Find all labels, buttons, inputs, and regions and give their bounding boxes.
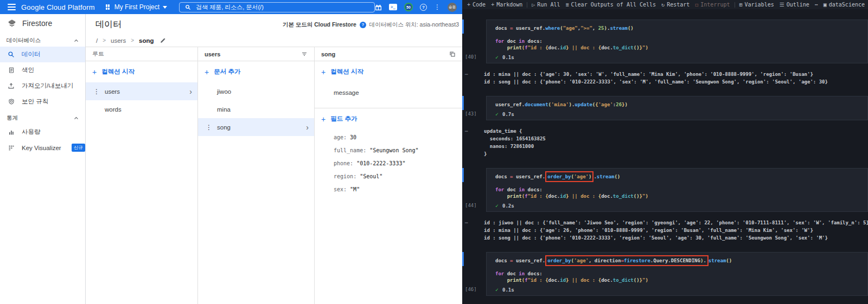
menu-icon[interactable]: [8, 4, 16, 10]
output-line: seconds: 1654163825: [484, 135, 868, 143]
annotation-red-box: order_by('age', direction=firestore.Quer…: [546, 256, 707, 265]
search-input[interactable]: 검색 제품, 리소스, 문서(/): [179, 2, 375, 12]
cell-editor[interactable]: users_ref.document('mina').update({'age'…: [486, 96, 868, 120]
document-row-song[interactable]: ⋮ song ›: [198, 118, 314, 136]
code-line: for doc in docs:: [495, 38, 864, 44]
column-song-title: song: [321, 51, 335, 57]
grid-icon: [7, 145, 15, 151]
sidebar-section-database[interactable]: 데이터베이스: [0, 32, 85, 47]
breadcrumb-separator: >: [131, 37, 134, 43]
firestore-columns: 루트 + 컬렉션 시작 ⋮ users › words: [86, 47, 462, 304]
gcp-console-panel: Google Cloud Platform My First Project 검…: [0, 0, 462, 304]
plus-icon: +: [321, 69, 326, 75]
field-region[interactable]: region:"Seoul": [334, 170, 462, 183]
filter-icon[interactable]: [301, 51, 308, 57]
notebook-cell[interactable]: [46]docs = users_ref.order_by('age', dir…: [462, 252, 868, 296]
column-root: 루트 + 컬렉션 시작 ⋮ users › words: [86, 47, 198, 304]
sidebar-item-import-export[interactable]: 가져오기/내보내기: [0, 78, 85, 94]
project-name: My First Project: [114, 3, 159, 11]
output-line: nanos: 72861000: [484, 143, 868, 150]
notebook-cell[interactable]: [44]docs = users_ref.order_by('age').str…: [462, 168, 868, 212]
output-collapse-dots[interactable]: ⋯: [465, 220, 468, 225]
notebook-cell[interactable]: [43]users_ref.document('mina').update({'…: [462, 96, 868, 120]
more-actions-button[interactable]: ⋯: [812, 2, 821, 8]
field-full-name[interactable]: full_name:"Seungwon Song": [334, 144, 462, 157]
sidebar-app-title: Firestore: [22, 19, 52, 28]
cell-editor[interactable]: docs = users_ref.where("age",">=", 25).s…: [486, 20, 868, 63]
database-location-label: 데이터베이스 위치: asia-northeast3: [369, 21, 459, 29]
kebab-icon[interactable]: ⋮: [206, 124, 212, 131]
cell-editor[interactable]: docs = users_ref.order_by('age', directi…: [486, 252, 868, 296]
project-selector[interactable]: My First Project: [106, 3, 167, 11]
field-list: age:30 full_name:"Seungwon Song" phone:"…: [315, 130, 462, 196]
data-search-icon: [7, 51, 15, 58]
document-row-mina[interactable]: mina: [198, 100, 314, 118]
edit-pencil-icon[interactable]: [160, 37, 166, 43]
stop-icon: ◻: [695, 2, 698, 8]
column-users-title: users: [205, 51, 220, 57]
code-line: docs = users_ref.order_by('age').stream(…: [495, 173, 864, 180]
divider: [735, 2, 735, 8]
restart-button[interactable]: ↻Restart: [659, 2, 692, 8]
sidebar-item-data[interactable]: 데이터: [0, 47, 85, 62]
cell-editor[interactable]: docs = users_ref.order_by('age').stream(…: [486, 168, 868, 212]
sidebar-item-usage[interactable]: 사용량: [0, 124, 85, 140]
variables-button[interactable]: ⊞Variables: [737, 2, 777, 8]
chevron-right-icon: ›: [189, 87, 192, 96]
output-line: id : mina || doc : {'age': 26, 'phone': …: [484, 227, 868, 234]
column-song: song + 컬렉션 시작 message +: [315, 47, 462, 304]
gcp-brand[interactable]: Google Cloud Platform: [21, 3, 95, 11]
breadcrumb-users[interactable]: users: [111, 37, 126, 44]
output-collapse-dots[interactable]: ⋯: [465, 128, 468, 134]
notebook-cell[interactable]: [40]docs = users_ref.where("age",">=", 2…: [462, 20, 868, 63]
output-collapse-dots[interactable]: ⋯: [465, 72, 468, 77]
plus-icon: +: [491, 2, 494, 8]
code-line: print(f"id : {doc.id} || doc : {doc.to_d…: [495, 193, 864, 199]
add-field-button[interactable]: + 필드 추가: [315, 108, 462, 130]
start-collection-button[interactable]: + 컬렉션 시작: [315, 61, 462, 82]
output-line: update_time {: [484, 127, 868, 135]
sidebar-item-key-visualizer[interactable]: Key Visualizer 신규: [0, 140, 85, 156]
kebab-icon[interactable]: ⋮: [93, 88, 100, 95]
more-options-icon[interactable]: ⋮: [434, 4, 441, 10]
sidebar-section-stats[interactable]: 통계: [0, 109, 85, 124]
outline-button[interactable]: ☰Outline: [777, 2, 812, 8]
gcp-topbar: Google Cloud Platform My First Project 검…: [0, 0, 462, 14]
breadcrumb-root[interactable]: /: [96, 37, 98, 44]
start-collection-button[interactable]: + 컬렉션 시작: [86, 61, 197, 82]
add-document-button[interactable]: + 문서 추가: [198, 61, 314, 82]
subcollection-row-message[interactable]: message: [315, 82, 462, 103]
cell-output: ⋯update_time { seconds: 1654163825 nanos…: [462, 125, 868, 158]
breadcrumb-song[interactable]: song: [139, 37, 154, 44]
code-line: print(f"id : {doc.id} || doc : {doc.to_d…: [495, 44, 864, 51]
add-code-cell-button[interactable]: +Code: [464, 2, 488, 8]
clear-outputs-button[interactable]: ≣Clear Outputs of All Cells: [563, 2, 659, 8]
field-phone[interactable]: phone:"010-2222-3333": [334, 157, 462, 170]
add-markdown-cell-button[interactable]: +Markdown: [488, 2, 525, 8]
gift-icon[interactable]: [375, 4, 382, 11]
code-line: [495, 31, 864, 38]
notebook-cells-area: [40]docs = users_ref.where("age",">=", 2…: [462, 9, 868, 304]
cell-focus-bar: [462, 96, 464, 110]
help-icon[interactable]: ?: [420, 4, 427, 11]
sidebar-item-security-rules[interactable]: 보안 규칙: [0, 94, 85, 109]
field-age[interactable]: age:30: [334, 131, 462, 144]
sidebar-item-index[interactable]: 색인: [0, 62, 85, 78]
cloud-shell-icon[interactable]: >_: [389, 4, 397, 10]
document-row-jiwoo[interactable]: jiwoo: [198, 82, 314, 100]
collection-row-words[interactable]: words: [86, 100, 197, 118]
copy-icon[interactable]: [449, 51, 456, 57]
avatar[interactable]: 승원: [448, 3, 457, 12]
collection-row-users[interactable]: ⋮ users ›: [86, 82, 197, 100]
interrupt-button[interactable]: ◻Interrupt: [692, 2, 732, 8]
run-all-button[interactable]: ▷Run All: [529, 2, 563, 8]
column-users: users + 문서 추가 jiwoo mina: [198, 47, 315, 304]
notifications-badge[interactable]: 50: [404, 3, 413, 11]
mode-help-icon[interactable]: ?: [360, 22, 366, 28]
field-sex[interactable]: sex:"M": [334, 183, 462, 196]
app-root: Google Cloud Platform My First Project 검…: [0, 0, 868, 304]
kernel-selector[interactable]: ▣dataScience: [824, 2, 866, 8]
new-badge: 신규: [72, 144, 85, 152]
plus-icon: +: [205, 69, 209, 75]
output-line: }: [484, 150, 868, 158]
